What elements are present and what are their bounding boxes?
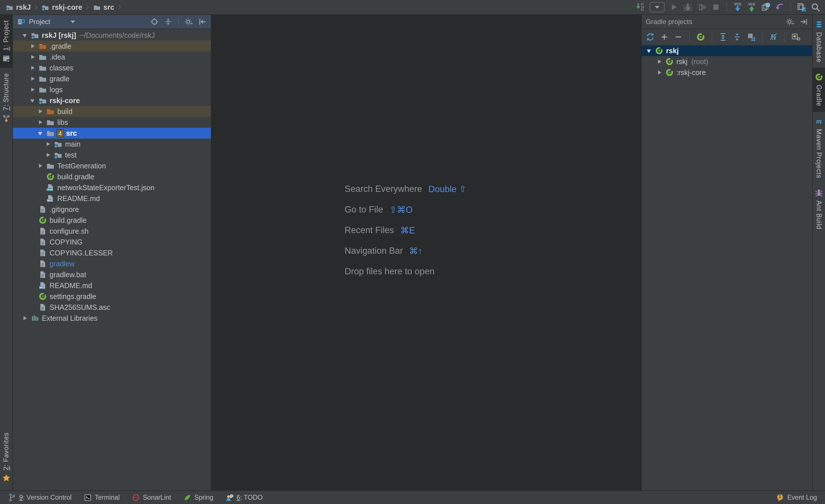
stop-button[interactable] — [711, 2, 721, 12]
tree-collapsed-arrow-icon[interactable] — [36, 106, 46, 117]
run-gradle-task-button[interactable] — [696, 32, 705, 41]
tool-window-tab-database[interactable]: Database — [813, 15, 825, 68]
tree-collapsed-arrow-icon[interactable] — [28, 41, 39, 52]
hide-right-icon[interactable] — [800, 17, 808, 26]
project-tree-row-configure-sh[interactable]: configure.sh — [13, 226, 211, 237]
tree-indent-spacer — [36, 182, 46, 193]
project-view-icon — [17, 17, 25, 26]
run-button[interactable] — [669, 2, 679, 12]
project-tree-row-logs[interactable]: logs — [13, 84, 211, 95]
tree-collapsed-arrow-icon[interactable] — [36, 117, 46, 128]
gear-dropdown-icon[interactable] — [786, 17, 794, 26]
tree-collapsed-arrow-icon[interactable] — [655, 56, 665, 67]
toggle-offline-mode-button[interactable] — [769, 32, 778, 41]
refresh-gradle-button[interactable] — [646, 32, 655, 41]
tool-window-tab-1-project[interactable]: 1: Project — [0, 15, 12, 68]
status-bar-item-sonarlint[interactable]: SonarLint — [132, 493, 171, 502]
project-tree-row-copying-lesser[interactable]: COPYING.LESSER — [13, 247, 211, 258]
status-bar-item-6-todo[interactable]: 6: TODO — [225, 493, 263, 502]
toolbar-divider — [689, 32, 690, 41]
project-tree-row-test[interactable]: test — [13, 150, 211, 160]
project-tree-row-classes[interactable]: classes — [13, 63, 211, 73]
debug-button[interactable] — [683, 2, 693, 12]
project-tree-row-gradlew[interactable]: gradlew — [13, 258, 211, 269]
tool-window-tab-maven-projects[interactable]: mMaven Projects — [813, 112, 825, 183]
rollback-button[interactable] — [775, 2, 784, 12]
tree-collapsed-arrow-icon[interactable] — [655, 67, 665, 78]
project-tree-row-readme-md[interactable]: MDREADME.md — [13, 193, 211, 204]
project-tree-row-external-libraries[interactable]: External Libraries — [13, 313, 211, 324]
detach-gradle-project-button[interactable] — [674, 32, 683, 41]
status-bar-item-9-version-control[interactable]: 9: Version Control — [8, 493, 72, 502]
gradle-tree-row-rskj-core[interactable]: :rskj-core — [642, 67, 812, 78]
tool-window-tab-7-structure[interactable]: 7: Structure — [0, 68, 12, 128]
recent-changes-button[interactable] — [761, 2, 770, 12]
project-view-dropdown-caret-icon[interactable] — [70, 21, 75, 23]
gradle-tree-row-rskj[interactable]: rskj — [642, 45, 812, 56]
tree-collapsed-arrow-icon[interactable] — [28, 52, 39, 63]
tree-collapsed-arrow-icon[interactable] — [44, 150, 54, 160]
project-tree-row-gradlew-bat[interactable]: gradlew.bat — [13, 269, 211, 280]
tree-collapsed-arrow-icon[interactable] — [20, 313, 31, 324]
run-with-coverage-button[interactable] — [697, 2, 707, 12]
breadcrumb-item-src[interactable]: src — [92, 3, 116, 11]
tool-window-tab-ant-build[interactable]: Ant Build — [813, 183, 825, 235]
hide-left-icon[interactable] — [198, 17, 207, 26]
project-tree-row-build[interactable]: build — [13, 106, 211, 117]
project-structure-button[interactable] — [797, 2, 806, 12]
search-everywhere-button[interactable] — [811, 2, 820, 12]
update-application-button[interactable]: 011001 — [635, 2, 646, 12]
svg-text:VCS: VCS — [748, 2, 755, 6]
project-tree-row-rskj-rskj[interactable]: rskJ [rskj]~/Documents/code/rskJ — [13, 30, 211, 41]
tree-collapsed-arrow-icon[interactable] — [28, 73, 39, 84]
tree-expanded-arrow-icon[interactable] — [20, 30, 31, 41]
project-tree-row-rskj-core[interactable]: rskj-core — [13, 95, 211, 106]
project-tree-row-readme-md[interactable]: MDREADME.md — [13, 280, 211, 291]
file-icon — [39, 227, 47, 235]
status-bar-item-terminal[interactable]: Terminal — [84, 493, 120, 502]
project-tree-row-idea[interactable]: .idea — [13, 52, 211, 63]
tool-window-tab-gradle[interactable]: Gradle — [813, 68, 825, 111]
project-tree-row-gitignore[interactable]: .gitignore — [13, 204, 211, 215]
tool-window-tab-2-favorites[interactable]: 2: Favorites — [0, 427, 12, 487]
project-tree-row-sha256sums-asc[interactable]: SHA256SUMS.asc — [13, 302, 211, 313]
expand-all-button[interactable] — [719, 32, 728, 41]
project-tree-row-gradle[interactable]: gradle — [13, 73, 211, 84]
gradle-settings-button[interactable] — [791, 32, 800, 41]
project-tree-row-src[interactable]: 4src — [13, 128, 211, 139]
project-tree-row-main[interactable]: main — [13, 139, 211, 150]
status-bar-item-event-log[interactable]: 1Event Log — [776, 493, 817, 502]
breadcrumb-item-rskj[interactable]: rskJ — [5, 3, 32, 11]
tree-collapsed-arrow-icon[interactable] — [28, 63, 39, 73]
vcs-commit-button[interactable]: VCS — [747, 2, 757, 12]
collapse-all-button[interactable] — [733, 32, 742, 41]
status-bar-item-spring[interactable]: Spring — [183, 493, 213, 502]
project-tree-row-testgeneration[interactable]: TestGeneration — [13, 160, 211, 171]
project-tree-row-libs[interactable]: libs — [13, 117, 211, 128]
project-tree-row-copying[interactable]: COPYING — [13, 237, 211, 247]
tree-collapsed-arrow-icon[interactable] — [36, 160, 46, 171]
gradle-tree-row-rskj[interactable]: rskj(root) — [642, 56, 812, 67]
breadcrumb-item-rskj-core[interactable]: rskj-core — [41, 3, 83, 11]
project-tree-row-build-gradle[interactable]: build.gradle — [13, 171, 211, 182]
run-configuration-select[interactable] — [650, 2, 665, 12]
locate-icon[interactable] — [150, 17, 159, 26]
project-tree-row-build-gradle[interactable]: build.gradle — [13, 215, 211, 226]
tree-collapsed-arrow-icon[interactable] — [44, 139, 54, 150]
tree-expanded-arrow-icon[interactable] — [645, 45, 655, 56]
collapse-all-icon[interactable] — [164, 17, 172, 26]
gradle-icon — [815, 73, 823, 81]
attach-gradle-project-button[interactable] — [660, 32, 669, 41]
vcs-update-button[interactable]: VCS — [733, 2, 743, 12]
show-dependencies-button[interactable] — [747, 32, 756, 41]
gradle-icon — [39, 216, 47, 225]
tree-collapsed-arrow-icon[interactable] — [28, 84, 39, 95]
tree-item-label: build.gradle — [50, 216, 86, 225]
project-tree-row-gradle[interactable]: .gradle — [13, 41, 211, 52]
project-tree-row-settings-gradle[interactable]: settings.gradle — [13, 291, 211, 302]
project-tree-row-networkstateexportertest-json[interactable]: JSONnetworkStateExporterTest.json — [13, 182, 211, 193]
tree-expanded-arrow-icon[interactable] — [36, 128, 46, 139]
shortcut-keys: ⌘E — [400, 225, 415, 236]
gear-dropdown-icon[interactable] — [184, 17, 193, 26]
tree-expanded-arrow-icon[interactable] — [28, 95, 39, 106]
